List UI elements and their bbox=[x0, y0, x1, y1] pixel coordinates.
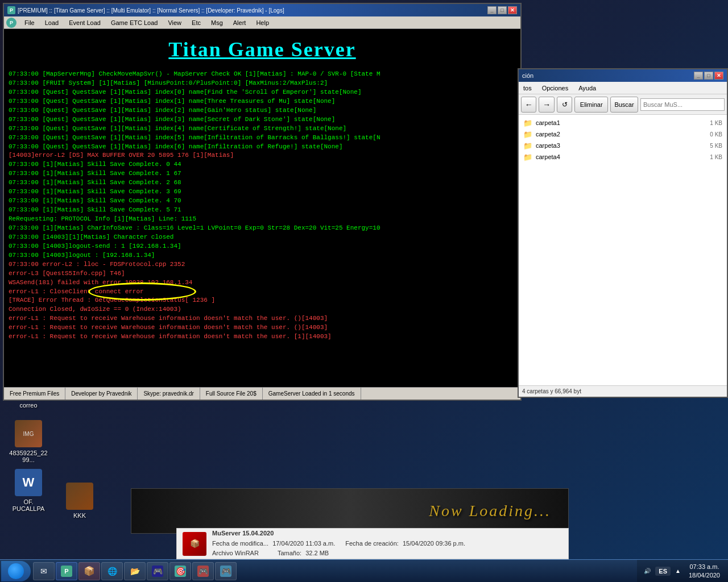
file-item-3[interactable]: 📁 carpeta3 5 KB bbox=[521, 140, 725, 151]
right-maximize[interactable]: □ bbox=[704, 72, 713, 80]
window-icon: P bbox=[7, 6, 15, 14]
file-item-4[interactable]: 📁 carpeta4 1 KB bbox=[521, 151, 725, 163]
main-titlebar: P [PREMIUM] :: [Titan Game Server] :: [M… bbox=[4, 4, 520, 16]
close-button[interactable]: ✕ bbox=[508, 6, 517, 14]
correo-label: correo bbox=[19, 402, 37, 409]
taskbar: ✉ P 📦 🌐 📂 🎮 🎯 🎮 🎮 bbox=[0, 559, 728, 582]
log-line: ReRequesting: PROTOCOL Info [1][Matias] … bbox=[9, 215, 516, 224]
titlebar-left: P [PREMIUM] :: [Titan Game Server] :: [M… bbox=[7, 6, 284, 14]
search-button[interactable]: Buscar bbox=[610, 97, 638, 113]
file-type: Archivo WinRAR bbox=[212, 550, 259, 556]
window-controls: _ □ ✕ bbox=[487, 6, 517, 14]
log-line: 07:33:00 [1][Matias] CharInfoSave : Clas… bbox=[9, 224, 516, 233]
file-name-1: carpeta1 bbox=[536, 119, 560, 126]
log-line: 07:33:00 [Quest] QuestSave [1][Matias] i… bbox=[9, 115, 516, 124]
menu-view[interactable]: View bbox=[163, 18, 186, 27]
taskbar-8-icon: 🎮 bbox=[220, 566, 231, 577]
photo-icon: IMG bbox=[15, 420, 42, 447]
file-size-2: 0 KB bbox=[710, 131, 722, 138]
maximize-button[interactable]: □ bbox=[498, 6, 507, 14]
log-line: 07:33:00 [1][Matias] Skill Save Complete… bbox=[9, 206, 516, 215]
modified-label: Fecha de modifica... bbox=[212, 540, 268, 547]
log-line: Connection Closed, dwIoSize == 0 (Index:… bbox=[9, 305, 516, 314]
right-menu-ayuda[interactable]: Ayuda bbox=[576, 84, 598, 93]
refresh-button[interactable]: ↺ bbox=[557, 97, 572, 113]
size-label: Tamaño: bbox=[278, 550, 301, 556]
file-size-value: 32.2 MB bbox=[305, 550, 329, 556]
log-line: 07:33:00 [Quest] QuestSave [1][Matias] i… bbox=[9, 124, 516, 134]
folder-icon-4: 📁 bbox=[523, 152, 532, 161]
file-name-2: carpeta2 bbox=[536, 131, 560, 138]
right-menu-opciones[interactable]: Opciones bbox=[540, 84, 570, 93]
menu-etc[interactable]: Etc bbox=[187, 18, 205, 27]
menu-load[interactable]: Load bbox=[40, 18, 63, 27]
right-panel: ción _ □ ✕ tos Opciones Ayuda ← → ↺ Elim… bbox=[518, 68, 728, 398]
menu-alert[interactable]: Alert bbox=[229, 18, 251, 27]
desktop: ✉ correo IMG 48359225_2299... W OF. PUCA… bbox=[0, 0, 728, 582]
start-button[interactable] bbox=[1, 561, 31, 581]
pucallpa-label: OF. PUCALLPA bbox=[9, 498, 48, 512]
main-window: P [PREMIUM] :: [Titan Game Server] :: [M… bbox=[3, 3, 522, 401]
delete-button[interactable]: Eliminar bbox=[574, 97, 608, 113]
log-line: 07:33:00 [1][Matias] Skill Save Complete… bbox=[9, 169, 516, 178]
taskbar-app-8[interactable]: 🎮 bbox=[215, 562, 237, 580]
status-source: Full Source File 20$ bbox=[200, 388, 263, 400]
desktop-icon-photo[interactable]: IMG 48359225_2299... bbox=[6, 417, 51, 466]
word-icon: W bbox=[15, 469, 42, 496]
taskbar-app-6[interactable]: 🎯 bbox=[169, 562, 191, 580]
back-button[interactable]: ← bbox=[521, 97, 536, 113]
loading-screen: Now Loading... bbox=[131, 488, 569, 534]
log-line: error-L3 [QuestS5Info.cpp] T46] bbox=[9, 269, 516, 278]
taskbar-6-icon: 🎯 bbox=[175, 566, 186, 577]
file-size-3: 5 KB bbox=[710, 143, 722, 149]
forward-button[interactable]: → bbox=[539, 97, 554, 113]
search-input[interactable] bbox=[640, 98, 725, 111]
right-panel-controls: _ □ ✕ bbox=[694, 72, 723, 80]
desktop-icon-pucallpa[interactable]: W OF. PUCALLPA bbox=[6, 466, 51, 515]
file-name-4: carpeta4 bbox=[536, 153, 560, 160]
language-button[interactable]: ES bbox=[655, 567, 671, 576]
file-size-1: 1 KB bbox=[710, 120, 722, 126]
tray-volume: 🔊 bbox=[642, 567, 653, 575]
file-name-3: carpeta3 bbox=[536, 142, 560, 149]
file-list: 📁 carpeta1 1 KB 📁 carpeta2 0 KB 📁 carpet… bbox=[519, 115, 727, 385]
log-line: 07:33:00 [FRUIT System] [1][Matias] [Min… bbox=[9, 79, 516, 88]
taskbar-7-icon: 🎮 bbox=[197, 566, 209, 577]
taskbar-app-7[interactable]: 🎮 bbox=[192, 562, 214, 580]
menu-help[interactable]: Help bbox=[251, 18, 274, 27]
log-line: 07:33:00 [MapServerMng] CheckMoveMapSvr(… bbox=[9, 70, 516, 79]
menu-file[interactable]: File bbox=[20, 18, 39, 27]
right-menu-tos[interactable]: tos bbox=[521, 84, 534, 93]
desktop-icon-kkk[interactable]: KKK bbox=[57, 480, 102, 522]
log-line: 07:33:00 [1][Matias] Skill Save Complete… bbox=[9, 160, 516, 169]
file-item-2[interactable]: 📁 carpeta2 0 KB bbox=[521, 128, 725, 140]
log-area: Titan Game Server 07:33:00 [MapServerMng… bbox=[4, 29, 520, 387]
menu-event-load[interactable]: Event Load bbox=[64, 18, 105, 27]
taskbar-app-muserver[interactable]: 📦 bbox=[78, 562, 100, 580]
taskbar-app-chrome[interactable]: 🌐 bbox=[101, 562, 123, 580]
taskbar-app-correo[interactable]: ✉ bbox=[33, 562, 55, 580]
taskbar-app-explorer[interactable]: 📂 bbox=[124, 562, 146, 580]
right-close[interactable]: ✕ bbox=[714, 72, 723, 80]
taskbar-muserver-icon: 📦 bbox=[84, 566, 95, 577]
kkk-icon bbox=[66, 483, 93, 510]
log-line: error-L1 : Request to receive Warehouse … bbox=[9, 332, 516, 342]
log-line: 07:33:00 [1][Matias] Skill Save Complete… bbox=[9, 188, 516, 197]
log-line: 07:33:00 [14003]logout-send : 1 [192.168… bbox=[9, 242, 516, 251]
statusbar: Free Premium Files Developer by Pravedni… bbox=[4, 387, 520, 400]
minimize-button[interactable]: _ bbox=[487, 6, 497, 14]
file-name-label: MuServer 15.04.2020 bbox=[212, 530, 274, 537]
right-panel-toolbar: ← → ↺ Eliminar Buscar bbox=[519, 94, 727, 115]
log-line: WSASend(181) failed with error 10038 192… bbox=[9, 278, 516, 288]
created-date: 15/04/2020 09:36 p.m. bbox=[403, 540, 465, 547]
log-line: 07:33:00 [14003]logout : [192.168.1.34] bbox=[9, 251, 516, 260]
taskbar-5-icon: 🎮 bbox=[152, 566, 163, 577]
file-item-1[interactable]: 📁 carpeta1 1 KB bbox=[521, 117, 725, 128]
taskbar-app-5[interactable]: 🎮 bbox=[147, 562, 168, 580]
menu-game-etc-load[interactable]: Game ETC Load bbox=[106, 18, 163, 27]
menu-msg[interactable]: Msg bbox=[206, 18, 228, 27]
taskbar-apps: ✉ P 📦 🌐 📂 🎮 🎯 🎮 🎮 bbox=[33, 562, 637, 580]
right-minimize[interactable]: _ bbox=[694, 72, 703, 80]
taskbar-app-game[interactable]: P bbox=[56, 562, 77, 580]
log-content: 07:33:00 [MapServerMng] CheckMoveMapSvr(… bbox=[4, 70, 520, 342]
